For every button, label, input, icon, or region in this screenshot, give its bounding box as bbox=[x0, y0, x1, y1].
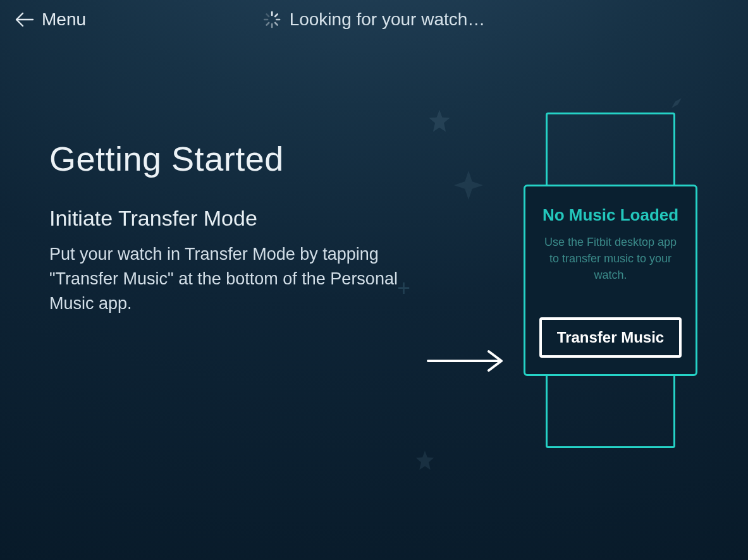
status-bar: Looking for your watch… bbox=[263, 9, 486, 30]
watch-face: No Music Loaded Use the Fitbit desktop a… bbox=[524, 185, 697, 376]
sparkle-icon bbox=[454, 171, 483, 200]
star-icon bbox=[426, 107, 453, 135]
content-panel: Getting Started Initiate Transfer Mode P… bbox=[49, 139, 403, 316]
page-title: Getting Started bbox=[49, 139, 403, 178]
svg-line-1 bbox=[275, 15, 278, 17]
svg-line-7 bbox=[266, 15, 269, 17]
svg-line-3 bbox=[275, 23, 278, 25]
watch-band-top bbox=[546, 113, 675, 185]
section-title: Initiate Transfer Mode bbox=[49, 206, 403, 231]
transfer-music-button[interactable]: Transfer Music bbox=[539, 317, 682, 358]
instruction-text: Put your watch in Transfer Mode by tappi… bbox=[49, 242, 403, 316]
illustration: + No Music Loaded Use the Fitbit desktop… bbox=[400, 95, 704, 487]
sparkle-icon bbox=[668, 95, 685, 111]
status-text: Looking for your watch… bbox=[290, 9, 486, 30]
watch-screen-title: No Music Loaded bbox=[539, 205, 682, 225]
star-icon bbox=[413, 449, 437, 473]
top-bar: Menu Looking for your watch… bbox=[0, 0, 748, 39]
back-arrow-icon bbox=[15, 12, 34, 27]
watch-illustration: No Music Loaded Use the Fitbit desktop a… bbox=[524, 113, 697, 448]
svg-line-5 bbox=[266, 23, 269, 25]
back-button[interactable]: Menu bbox=[15, 9, 86, 30]
spinner-icon bbox=[263, 11, 281, 28]
pointer-arrow-icon bbox=[426, 349, 508, 373]
watch-screen-body: Use the Fitbit desktop app to transfer m… bbox=[539, 234, 682, 283]
watch-band-bottom bbox=[546, 376, 675, 448]
back-label: Menu bbox=[42, 9, 86, 30]
